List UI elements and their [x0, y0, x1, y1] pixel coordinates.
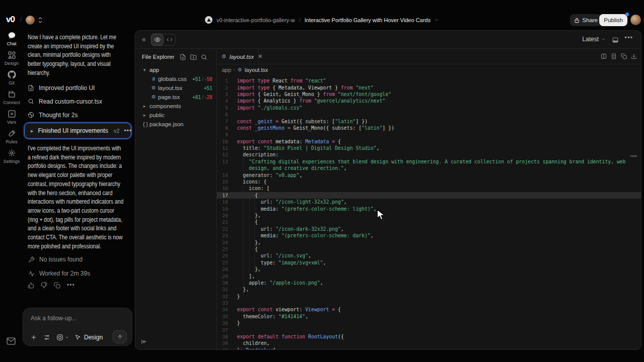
download-icon[interactable] — [631, 53, 637, 59]
code-line: 30 apple: "/apple-icon.png", — [217, 280, 641, 286]
project-name[interactable]: v0-interactive-portfolio-gallery-w — [216, 17, 295, 23]
code-line: 17 { — [217, 192, 641, 199]
user-avatar[interactable] — [630, 15, 641, 25]
collapse-explorer-icon[interactable] — [140, 338, 148, 345]
tree-folder-public[interactable]: ▸ public — [135, 111, 216, 120]
code-toggle[interactable] — [164, 34, 175, 45]
panel-toolbar: « Latest ••• — [135, 31, 641, 49]
publish-button[interactable]: Publish — [599, 14, 627, 26]
settings-sliders-icon[interactable] — [43, 334, 50, 341]
design-icon — [8, 51, 16, 59]
send-button[interactable] — [113, 330, 127, 343]
code-line: 14 generator: "v0.app", — [217, 171, 641, 178]
vercel-icon — [205, 16, 212, 24]
code-editor: ⚙ layout.tsx ✕ app › ⚙ layout.tsx — [217, 49, 641, 349]
code-line: 39 children, — [217, 340, 641, 346]
thumbs-down-icon[interactable] — [41, 282, 47, 289]
preview-toggle[interactable] — [151, 34, 164, 46]
model-icon[interactable] — [56, 334, 63, 341]
add-attachment-icon[interactable] — [30, 334, 37, 341]
design-mode-button[interactable]: Design — [75, 334, 103, 341]
rail-item-git[interactable]: Git — [0, 70, 23, 85]
css-file-icon: # — [150, 76, 157, 82]
version-selector[interactable]: Latest — [582, 36, 606, 43]
tree-folder-app[interactable]: ▾ app — [135, 65, 216, 74]
chevron-right-icon: ▸ — [31, 128, 34, 134]
assistant-message: Now I have a complete picture. Let me cr… — [28, 33, 122, 78]
code-line: 23 media: "(prefers-color-scheme: dark)"… — [217, 232, 641, 239]
tsx-file-icon: ⚙ — [150, 85, 157, 90]
code-line: 11 title: "Studio Pixel | Digital Design… — [217, 145, 641, 151]
new-folder-icon[interactable] — [190, 54, 197, 60]
tab-layout-tsx[interactable]: ⚙ layout.tsx ✕ — [217, 49, 259, 64]
code-line: 7const _geist = Geist({ subsets: ["latin… — [217, 118, 641, 124]
rail-item-connect[interactable]: Connect — [0, 90, 23, 105]
code-line: 3import { Geist, Geist_Mono } from "next… — [217, 91, 641, 98]
tree-file-package-json[interactable]: { } package.json — [135, 120, 216, 129]
feedback-bar: ••• — [28, 282, 75, 289]
assistant-message-2: I've completed the UI improvements with … — [28, 144, 122, 251]
team-switcher-icon[interactable] — [38, 17, 43, 24]
share-button[interactable]: Share — [570, 14, 602, 26]
thumbs-up-icon[interactable] — [28, 282, 34, 289]
code-icon — [167, 37, 173, 43]
rail-item-design[interactable]: Design — [0, 51, 23, 66]
code-line: 12 description: — [217, 151, 641, 158]
code-line: 10export const metadata: Metadata = { — [217, 138, 641, 145]
tree-folder-components[interactable]: ▸ components — [135, 102, 216, 111]
diff-file-icon[interactable] — [611, 53, 617, 59]
new-file-icon[interactable] — [180, 54, 186, 60]
search-files-icon[interactable] — [201, 54, 207, 60]
version-menu-icon[interactable]: ••• — [124, 127, 132, 134]
code-line: 28 }, — [217, 266, 641, 273]
reasoning-icon — [28, 112, 34, 118]
code-line: 8const _geistMono = Geist_Mono({ subsets… — [217, 125, 641, 131]
chat-composer[interactable]: Ask a follow-up... Design — [23, 308, 132, 346]
tool-call-read[interactable]: Read custom-cursor.tsx — [28, 95, 102, 108]
copy-icon[interactable] — [54, 282, 60, 289]
json-file-icon: { } — [142, 122, 148, 127]
panel-more-icon[interactable]: ••• — [624, 34, 633, 41]
close-tab-icon[interactable]: ✕ — [258, 53, 262, 60]
rail-item-settings[interactable]: Settings — [0, 149, 23, 164]
feedback-mail-icon[interactable] — [7, 337, 16, 345]
version-card[interactable]: ▸ Finished UI improvements v2 ••• — [24, 123, 131, 139]
rail-item-vars[interactable]: Vars — [0, 110, 23, 125]
editor-tab-bar: ⚙ layout.tsx ✕ — [217, 49, 641, 64]
more-actions-icon[interactable]: ••• — [67, 282, 75, 289]
follow-up-input[interactable]: Ask a follow-up... — [31, 315, 76, 322]
tool-calls: Improved portfolio UI Read custom-cursor… — [28, 81, 102, 122]
lock-icon — [574, 18, 580, 23]
editor-breadcrumb: app › ⚙ layout.tsx — [217, 64, 641, 75]
tool-call-generation[interactable]: Improved portfolio UI — [28, 81, 102, 95]
scrollbar-thumb[interactable] — [630, 155, 637, 157]
code-line: 38export default function RootLayout({ — [217, 333, 641, 340]
rail-item-rules[interactable]: Rules — [0, 129, 23, 144]
tree-file-layout-tsx[interactable]: ⚙ layout.tsx +51 — [135, 83, 216, 93]
code-line: 20 }, — [217, 212, 641, 219]
browser-panel-icon[interactable] — [612, 37, 619, 43]
chevron-down-icon: ▾ — [143, 67, 149, 72]
tool-call-thought[interactable]: Thought for 2s — [28, 108, 102, 122]
file-icon — [28, 84, 34, 92]
chevron-down-icon[interactable] — [65, 335, 69, 339]
code-line: 2import type { Metadata, Viewport } from… — [217, 84, 641, 90]
copy-file-icon[interactable] — [621, 53, 627, 59]
collapse-panel-icon[interactable]: « — [142, 35, 146, 43]
split-editor-icon[interactable] — [601, 53, 607, 59]
tree-file-globals-css[interactable]: # globals.css +51 / -58 — [135, 74, 216, 83]
view-toggle — [151, 34, 176, 46]
eye-icon — [154, 37, 160, 43]
tree-file-page-tsx[interactable]: ⚙ page.tsx +81 / -28 — [135, 93, 216, 102]
chevron-right-icon: ▸ — [143, 104, 149, 109]
chat-title[interactable]: Interactive Portfolio Gallery with Hover… — [304, 17, 430, 23]
chevron-down-icon[interactable] — [435, 18, 439, 22]
rules-icon — [8, 129, 16, 138]
file-explorer: File Explorer ▾ app # globals.css +51 / … — [135, 49, 217, 349]
rail-item-chat[interactable]: Chat — [0, 31, 23, 46]
code-area[interactable]: 1import type React from "react"2import t… — [217, 77, 641, 349]
code-line: 25 { — [217, 246, 641, 252]
team-avatar[interactable] — [26, 16, 35, 25]
v0-logo[interactable]: v0 — [6, 15, 15, 25]
chevron-down-icon — [601, 37, 606, 42]
